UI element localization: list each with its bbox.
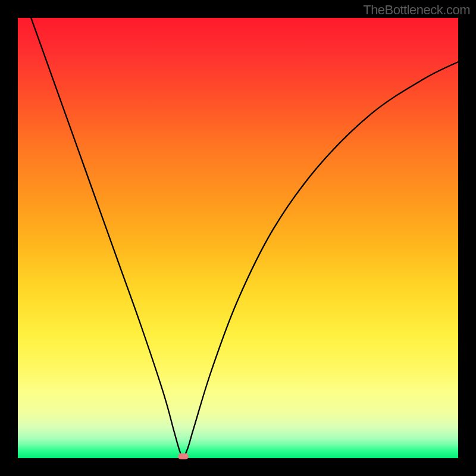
chart-plot-area [18, 18, 458, 458]
minimum-marker [178, 453, 189, 459]
bottleneck-curve [18, 18, 458, 458]
watermark-text: TheBottleneck.com [363, 2, 470, 18]
